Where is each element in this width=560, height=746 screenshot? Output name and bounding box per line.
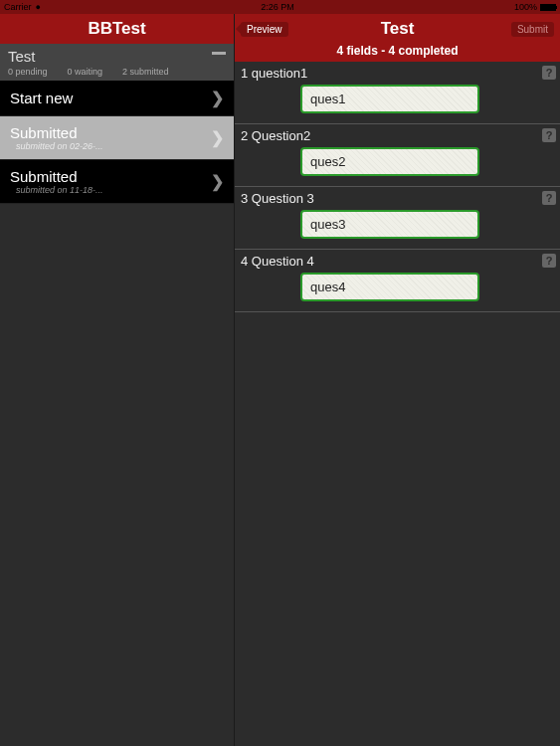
question-row: ? 1 question1 ques1	[235, 62, 560, 124]
answer-input[interactable]: ques4	[300, 273, 479, 301]
right-pane: Preview Test Submit 4 fields - 4 complet…	[234, 14, 560, 746]
status-time: 2:26 PM	[261, 2, 294, 12]
preview-button[interactable]: Preview	[241, 22, 288, 37]
wifi-icon: ●	[36, 2, 41, 12]
list-item-submitted-2[interactable]: Submitted submitted on 11-18-... ❯	[0, 160, 234, 204]
answer-input[interactable]: ques2	[300, 147, 479, 176]
question-label: question1	[252, 66, 307, 81]
test-summary[interactable]: Test 0 pending 0 waiting 2 submitted	[0, 44, 234, 81]
help-icon[interactable]: ?	[542, 66, 556, 80]
question-row: ? 2 Question2 ques2	[235, 124, 560, 187]
list-item-submitted-1[interactable]: Submitted submitted on 02-26-... ❯	[0, 116, 234, 160]
item-subtitle: submitted on 02-26-...	[16, 141, 211, 151]
left-header-title: BBTest	[0, 14, 234, 44]
chevron-right-icon: ❯	[211, 89, 224, 107]
chevron-right-icon: ❯	[211, 128, 224, 147]
item-title: Submitted	[10, 124, 211, 141]
answer-input[interactable]: ques3	[300, 210, 479, 239]
chevron-right-icon: ❯	[211, 172, 224, 191]
submitted-count: 2 submitted	[122, 67, 169, 77]
help-icon[interactable]: ?	[542, 128, 556, 142]
question-num: 4	[241, 254, 248, 269]
question-label: Question2	[252, 128, 310, 143]
form-subtitle: 4 fields - 4 completed	[235, 44, 560, 62]
battery-percent: 100%	[514, 2, 537, 12]
left-pane: BBTest Test 0 pending 0 waiting 2 submit…	[0, 14, 234, 746]
question-num: 3	[241, 191, 248, 206]
pending-count: 0 pending	[8, 67, 48, 77]
test-summary-title: Test	[8, 48, 226, 65]
item-title: Start new	[10, 90, 211, 106]
question-label: Question 4	[252, 254, 314, 269]
battery-icon	[540, 4, 556, 11]
waiting-count: 0 waiting	[68, 67, 103, 77]
carrier-label: Carrier	[4, 2, 32, 12]
list-item-start-new[interactable]: Start new ❯	[0, 81, 234, 116]
question-num: 2	[241, 128, 248, 143]
item-subtitle: submitted on 11-18-...	[16, 185, 211, 195]
submit-button[interactable]: Submit	[511, 22, 554, 37]
question-row: ? 3 Question 3 ques3	[235, 187, 560, 250]
question-row: ? 4 Question 4 ques4	[235, 250, 560, 312]
answer-input[interactable]: ques1	[300, 85, 479, 113]
help-icon[interactable]: ?	[542, 254, 556, 268]
status-bar: Carrier ● 2:26 PM 100%	[0, 0, 560, 14]
help-icon[interactable]: ?	[542, 191, 556, 205]
collapse-icon[interactable]	[212, 52, 226, 55]
question-label: Question 3	[252, 191, 314, 206]
question-num: 1	[241, 66, 248, 81]
right-header: Preview Test Submit	[235, 14, 560, 44]
item-title: Submitted	[10, 168, 211, 185]
